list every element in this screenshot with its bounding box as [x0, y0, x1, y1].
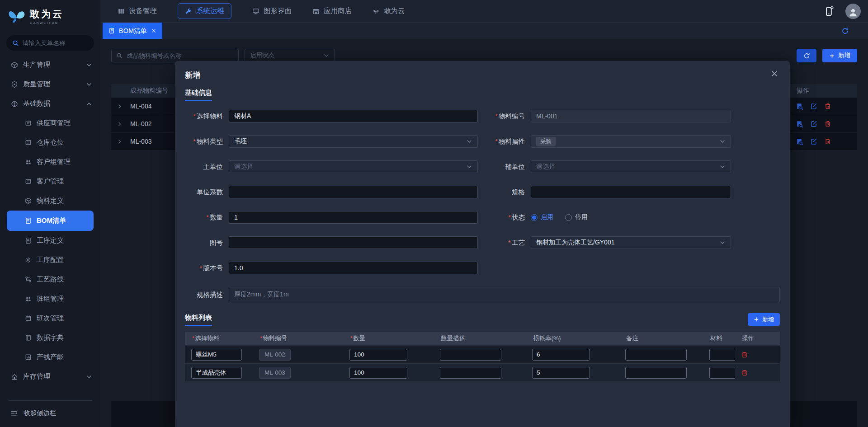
sidebar-item-label: 工艺路线: [37, 275, 64, 284]
edit-button[interactable]: [810, 138, 817, 145]
refresh-button[interactable]: [797, 49, 816, 62]
modal-close-button[interactable]: [771, 70, 778, 77]
view-detail-button[interactable]: [796, 138, 803, 145]
delete-button[interactable]: [824, 120, 831, 127]
row-raw-material-input[interactable]: [709, 367, 735, 379]
view-detail-button[interactable]: [796, 103, 803, 110]
row-qty-input[interactable]: [349, 349, 407, 361]
book-icon: [25, 334, 32, 341]
add-bom-button[interactable]: 新增: [822, 49, 857, 62]
sidebar-item-customer-group[interactable]: 客户组管理: [0, 152, 100, 172]
tab-bom-list[interactable]: BOM清单: [103, 23, 162, 39]
column-product-code: 成品物料编号: [130, 87, 168, 95]
row-qty-desc-input[interactable]: [440, 349, 501, 361]
field-label: 规格描述: [185, 291, 223, 299]
mobile-app-button[interactable]: [824, 6, 835, 17]
radio-dot: [531, 214, 538, 221]
sidebar-item-material-definition[interactable]: 物料定义: [0, 191, 100, 211]
row-raw-material-input[interactable]: [709, 349, 735, 361]
collapse-sidebar-button[interactable]: 收起侧边栏: [0, 403, 100, 423]
sidebar-item-quality[interactable]: 质量管理: [0, 75, 100, 94]
spec-input[interactable]: [536, 188, 726, 196]
edit-button[interactable]: [810, 103, 817, 110]
sidebar-menu-search[interactable]: [6, 35, 94, 51]
chevron-down-icon: [719, 164, 726, 170]
sidebar-item-data-dictionary[interactable]: 数据字典: [0, 328, 100, 347]
radio-enabled[interactable]: 启用: [531, 213, 553, 221]
delete-row-button[interactable]: [735, 351, 780, 358]
material-attr-select[interactable]: 采购: [531, 135, 731, 148]
status-filter-select[interactable]: 启用状态: [245, 49, 335, 62]
sidebar-item-team-mgmt[interactable]: 班组管理: [0, 289, 100, 309]
field-label: 数量: [185, 213, 223, 222]
chevron-right-icon: [117, 139, 123, 145]
spec-desc-input[interactable]: [234, 291, 774, 298]
sidebar-item-bom-list[interactable]: BOM清单: [7, 211, 94, 231]
version-input[interactable]: [234, 264, 472, 272]
unit-factor-input[interactable]: [234, 188, 472, 196]
row-qty-desc-input[interactable]: [440, 367, 501, 379]
product-search-input[interactable]: [127, 52, 234, 59]
row-expand-button[interactable]: [117, 103, 130, 109]
delete-row-button[interactable]: [735, 369, 780, 376]
aux-unit-select[interactable]: 请选择: [531, 160, 731, 173]
device-grid-icon: [118, 8, 125, 15]
monitor-icon: [252, 8, 259, 15]
user-avatar[interactable]: [845, 4, 861, 19]
nav-item-device-mgmt[interactable]: 设备管理: [118, 6, 157, 16]
sidebar-item-label: 客户管理: [37, 177, 64, 186]
sidebar-item-customer-mgmt[interactable]: 客户管理: [0, 172, 100, 191]
tab-refresh-button[interactable]: [841, 27, 849, 35]
row-loss-rate-input[interactable]: [532, 349, 590, 361]
sidebar-search-input[interactable]: [23, 40, 88, 47]
sidebar-item-line-capacity[interactable]: 产线产能: [0, 347, 100, 367]
add-material-row-button[interactable]: 新增: [748, 313, 780, 326]
sidebar-item-shift-mgmt[interactable]: 班次管理: [0, 309, 100, 328]
sidebar-item-supplier-mgmt[interactable]: 供应商管理: [0, 113, 100, 133]
quantity-input[interactable]: [234, 214, 472, 221]
delete-button[interactable]: [824, 103, 831, 110]
chevron-down-icon: [86, 62, 92, 68]
material-type-select[interactable]: 毛坯: [229, 135, 478, 148]
field-label: 工艺: [487, 239, 525, 247]
sidebar-item-process-definition[interactable]: 工序定义: [0, 231, 100, 250]
field-spacer: [487, 262, 780, 274]
main-unit-select[interactable]: 请选择: [229, 160, 478, 173]
row-expand-button[interactable]: [117, 139, 130, 145]
radio-disabled[interactable]: 停用: [565, 213, 588, 221]
nav-item-system-ops[interactable]: 系统运维: [178, 3, 231, 19]
row-qty-input[interactable]: [349, 367, 407, 379]
select-placeholder: 请选择: [234, 163, 253, 171]
row-material-input[interactable]: [191, 349, 242, 361]
nav-item-app-store[interactable]: 应用商店: [312, 6, 352, 16]
nav-item-ganweiyun[interactable]: 敢为云: [373, 6, 405, 16]
material-code-input: [536, 113, 726, 120]
row-loss-rate-input[interactable]: [532, 367, 590, 379]
person-icon: [848, 7, 858, 17]
field-aux-unit: 辅单位 请选择: [487, 160, 780, 173]
delete-button[interactable]: [824, 138, 831, 145]
sidebar-item-process-config[interactable]: 工序配置: [0, 250, 100, 270]
product-search-box[interactable]: [111, 49, 239, 62]
sidebar-item-warehouse[interactable]: 仓库仓位: [0, 133, 100, 152]
row-expand-button[interactable]: [117, 121, 130, 127]
shield-icon: [11, 81, 18, 88]
chevron-down-icon: [719, 138, 726, 145]
nav-item-graphic-ui[interactable]: 图形界面: [252, 6, 292, 16]
drawing-no-input[interactable]: [234, 239, 472, 246]
row-material-input[interactable]: [191, 367, 242, 379]
sidebar-item-basic-data[interactable]: 基础数据: [0, 94, 100, 113]
row-remark-input[interactable]: [625, 349, 687, 361]
field-label: 物料属性: [487, 137, 525, 146]
row-remark-input[interactable]: [625, 367, 687, 379]
tab-close-button[interactable]: [151, 28, 156, 33]
sidebar-item-craft-route[interactable]: 工艺路线: [0, 270, 100, 289]
view-detail-button[interactable]: [796, 120, 803, 128]
sidebar-item-production[interactable]: 生产管理: [0, 55, 100, 75]
edit-button[interactable]: [810, 120, 817, 127]
select-material-input[interactable]: [234, 113, 472, 120]
sidebar-item-inventory[interactable]: 库存管理: [0, 367, 100, 386]
row-code-chip: ML-002: [259, 349, 291, 361]
field-material-attr: 物料属性 采购: [487, 135, 780, 148]
craft-select[interactable]: 钢材加工为壳体工艺/GY001: [531, 236, 731, 249]
